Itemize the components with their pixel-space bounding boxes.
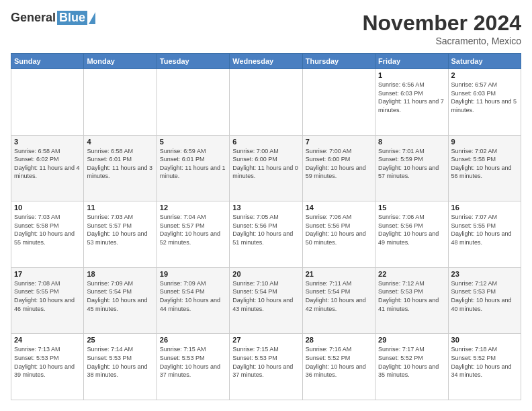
day-of-week-header: Tuesday [157, 54, 229, 69]
day-number: 7 [306, 138, 372, 146]
day-number: 10 [14, 203, 81, 212]
day-number: 26 [160, 336, 226, 344]
location-subtitle: Sacramento, Mexico [362, 36, 521, 46]
day-number: 27 [232, 336, 299, 344]
calendar-cell: 6Sunrise: 7:00 AM Sunset: 6:00 PM Daylig… [230, 135, 302, 201]
calendar-cell: 9Sunrise: 7:02 AM Sunset: 5:58 PM Daylig… [448, 135, 521, 201]
calendar-cell: 15Sunrise: 7:06 AM Sunset: 5:56 PM Dayli… [375, 201, 448, 268]
calendar-cell: 1Sunrise: 6:56 AM Sunset: 6:03 PM Daylig… [375, 69, 448, 136]
day-info: Sunrise: 7:12 AM Sunset: 5:53 PM Dayligh… [378, 279, 445, 313]
calendar-cell: 27Sunrise: 7:15 AM Sunset: 5:53 PM Dayli… [230, 334, 302, 400]
day-number: 19 [160, 270, 226, 278]
day-number: 18 [87, 270, 153, 278]
calendar-week-row: 1Sunrise: 6:56 AM Sunset: 6:03 PM Daylig… [11, 69, 521, 136]
day-info: Sunrise: 7:03 AM Sunset: 5:58 PM Dayligh… [14, 213, 81, 246]
day-number: 25 [87, 336, 153, 344]
calendar-cell: 26Sunrise: 7:15 AM Sunset: 5:53 PM Dayli… [157, 334, 229, 400]
day-number: 13 [232, 203, 299, 212]
calendar-table: SundayMondayTuesdayWednesdayThursdayFrid… [11, 53, 521, 400]
day-info: Sunrise: 7:01 AM Sunset: 5:59 PM Dayligh… [378, 147, 445, 181]
day-number: 16 [451, 203, 518, 212]
calendar-cell: 10Sunrise: 7:03 AM Sunset: 5:58 PM Dayli… [11, 201, 84, 268]
day-number: 9 [451, 138, 518, 146]
day-of-week-header: Saturday [448, 54, 521, 69]
day-number: 23 [451, 270, 518, 278]
day-info: Sunrise: 7:05 AM Sunset: 5:56 PM Dayligh… [232, 213, 299, 246]
day-number: 29 [378, 336, 445, 344]
day-info: Sunrise: 7:15 AM Sunset: 5:53 PM Dayligh… [232, 345, 299, 379]
day-info: Sunrise: 7:06 AM Sunset: 5:56 PM Dayligh… [306, 213, 372, 246]
calendar-cell: 7Sunrise: 7:00 AM Sunset: 6:00 PM Daylig… [302, 135, 375, 201]
day-info: Sunrise: 7:15 AM Sunset: 5:53 PM Dayligh… [160, 345, 226, 379]
calendar-cell: 12Sunrise: 7:04 AM Sunset: 5:57 PM Dayli… [157, 201, 229, 268]
day-number: 11 [87, 203, 153, 212]
day-info: Sunrise: 7:12 AM Sunset: 5:53 PM Dayligh… [451, 279, 518, 313]
calendar-cell: 3Sunrise: 6:58 AM Sunset: 6:02 PM Daylig… [11, 135, 84, 201]
logo-general-text: General [11, 11, 56, 25]
title-block: November 2024 Sacramento, Mexico [362, 11, 521, 46]
day-info: Sunrise: 7:11 AM Sunset: 5:54 PM Dayligh… [306, 279, 372, 313]
month-title: November 2024 [362, 11, 521, 36]
calendar-cell: 4Sunrise: 6:58 AM Sunset: 6:01 PM Daylig… [84, 135, 157, 201]
calendar-cell: 13Sunrise: 7:05 AM Sunset: 5:56 PM Dayli… [230, 201, 302, 268]
day-of-week-header: Sunday [11, 54, 84, 69]
calendar-cell [157, 69, 229, 136]
day-info: Sunrise: 7:14 AM Sunset: 5:53 PM Dayligh… [87, 345, 153, 379]
day-number: 21 [306, 270, 372, 278]
day-info: Sunrise: 7:03 AM Sunset: 5:57 PM Dayligh… [87, 213, 153, 246]
day-of-week-header: Wednesday [230, 54, 302, 69]
calendar-week-row: 10Sunrise: 7:03 AM Sunset: 5:58 PM Dayli… [11, 201, 521, 268]
calendar-cell: 5Sunrise: 6:59 AM Sunset: 6:01 PM Daylig… [157, 135, 229, 201]
day-number: 28 [306, 336, 372, 344]
day-number: 20 [232, 270, 299, 278]
calendar-cell: 22Sunrise: 7:12 AM Sunset: 5:53 PM Dayli… [375, 267, 448, 334]
logo: General Blue [11, 11, 95, 25]
calendar-cell: 11Sunrise: 7:03 AM Sunset: 5:57 PM Dayli… [84, 201, 157, 268]
day-number: 8 [378, 138, 445, 146]
calendar-cell: 2Sunrise: 6:57 AM Sunset: 6:03 PM Daylig… [448, 69, 521, 136]
calendar-cell: 29Sunrise: 7:17 AM Sunset: 5:52 PM Dayli… [375, 334, 448, 400]
day-number: 30 [451, 336, 518, 344]
day-info: Sunrise: 7:09 AM Sunset: 5:54 PM Dayligh… [160, 279, 226, 313]
day-number: 14 [306, 203, 372, 212]
day-number: 12 [160, 203, 226, 212]
calendar-cell: 19Sunrise: 7:09 AM Sunset: 5:54 PM Dayli… [157, 267, 229, 334]
day-info: Sunrise: 7:18 AM Sunset: 5:52 PM Dayligh… [451, 345, 518, 379]
day-number: 3 [14, 138, 81, 146]
day-info: Sunrise: 7:06 AM Sunset: 5:56 PM Dayligh… [378, 213, 445, 246]
day-info: Sunrise: 7:00 AM Sunset: 6:00 PM Dayligh… [306, 147, 372, 181]
day-info: Sunrise: 7:17 AM Sunset: 5:52 PM Dayligh… [378, 345, 445, 379]
calendar-cell: 8Sunrise: 7:01 AM Sunset: 5:59 PM Daylig… [375, 135, 448, 201]
calendar-cell: 16Sunrise: 7:07 AM Sunset: 5:55 PM Dayli… [448, 201, 521, 268]
day-info: Sunrise: 6:56 AM Sunset: 6:03 PM Dayligh… [378, 81, 445, 114]
calendar-week-row: 3Sunrise: 6:58 AM Sunset: 6:02 PM Daylig… [11, 135, 521, 201]
calendar-cell: 23Sunrise: 7:12 AM Sunset: 5:53 PM Dayli… [448, 267, 521, 334]
day-info: Sunrise: 7:07 AM Sunset: 5:55 PM Dayligh… [451, 213, 518, 246]
calendar-cell: 18Sunrise: 7:09 AM Sunset: 5:54 PM Dayli… [84, 267, 157, 334]
day-number: 2 [451, 71, 518, 79]
calendar-week-row: 17Sunrise: 7:08 AM Sunset: 5:55 PM Dayli… [11, 267, 521, 334]
day-info: Sunrise: 7:00 AM Sunset: 6:00 PM Dayligh… [232, 147, 299, 181]
calendar-cell [302, 69, 375, 136]
day-number: 5 [160, 138, 226, 146]
calendar-week-row: 24Sunrise: 7:13 AM Sunset: 5:53 PM Dayli… [11, 334, 521, 400]
day-of-week-header: Thursday [302, 54, 375, 69]
calendar-cell [11, 69, 84, 136]
calendar-cell [84, 69, 157, 136]
header: General Blue November 2024 Sacramento, M… [11, 11, 521, 46]
logo-blue-text: Blue [57, 11, 87, 25]
day-info: Sunrise: 7:08 AM Sunset: 5:55 PM Dayligh… [14, 279, 81, 313]
day-number: 6 [232, 138, 299, 146]
calendar-cell: 21Sunrise: 7:11 AM Sunset: 5:54 PM Dayli… [302, 267, 375, 334]
calendar-cell: 14Sunrise: 7:06 AM Sunset: 5:56 PM Dayli… [302, 201, 375, 268]
day-number: 24 [14, 336, 81, 344]
logo-triangle-icon [89, 12, 95, 24]
day-info: Sunrise: 6:59 AM Sunset: 6:01 PM Dayligh… [160, 147, 226, 181]
day-number: 17 [14, 270, 81, 278]
day-of-week-header: Friday [375, 54, 448, 69]
calendar-cell: 28Sunrise: 7:16 AM Sunset: 5:52 PM Dayli… [302, 334, 375, 400]
day-of-week-header: Monday [84, 54, 157, 69]
calendar-cell: 25Sunrise: 7:14 AM Sunset: 5:53 PM Dayli… [84, 334, 157, 400]
calendar-cell: 24Sunrise: 7:13 AM Sunset: 5:53 PM Dayli… [11, 334, 84, 400]
day-info: Sunrise: 7:10 AM Sunset: 5:54 PM Dayligh… [232, 279, 299, 313]
